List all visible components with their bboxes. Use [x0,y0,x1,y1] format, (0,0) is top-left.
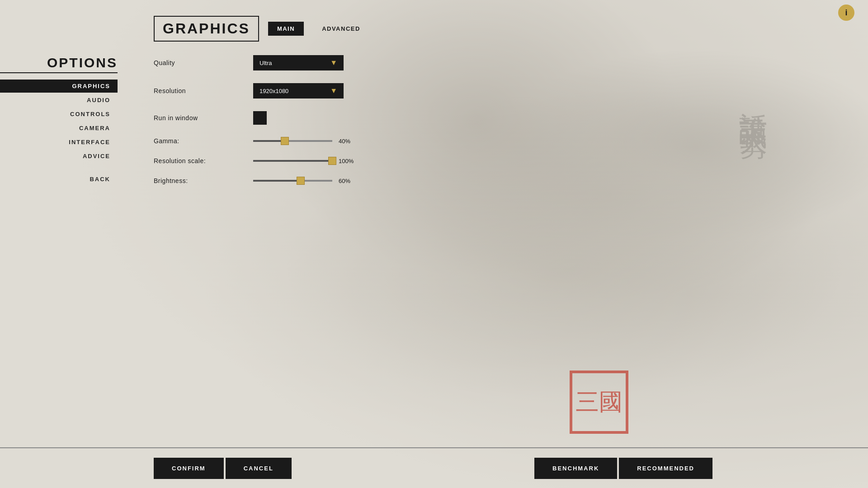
gamma-label: Gamma: [154,137,244,145]
quality-dropdown[interactable]: Ultra ▼ [253,55,344,70]
quality-row: Quality Ultra ▼ [154,55,416,70]
brightness-slider-thumb[interactable] [297,177,305,185]
resolution-arrow-icon: ▼ [330,87,337,95]
quality-value: Ultra [259,60,272,66]
sidebar-item-back[interactable]: BACK [0,173,118,186]
sidebar-item-controls[interactable]: CONTROLS [0,108,118,121]
brightness-slider-fill [253,180,301,182]
gamma-value: 40% [339,138,359,145]
resolution-scale-row: Resolution scale: 100% [154,157,416,164]
window-mode-checkbox[interactable] [253,111,267,125]
resolution-scale-label: Resolution scale: [154,157,244,164]
confirm-button[interactable]: CONFIRM [154,458,224,479]
cancel-button[interactable]: CANCEL [226,458,292,479]
resolution-dropdown[interactable]: 868x488 ▼ [253,83,344,99]
sidebar-item-advice[interactable]: ADVICE [0,150,118,163]
resolution-scale-slider-track[interactable] [253,160,332,162]
window-mode-row: Run in window [154,111,416,125]
sidebar-item-interface[interactable]: INTERFACE [0,136,118,149]
brightness-slider-track[interactable] [253,180,332,182]
sidebar: OPTIONS GRAPHICS AUDIO CONTROLS CAMERA I… [0,51,127,447]
resolution-scale-slider-thumb[interactable] [328,157,336,165]
resolution-scale-value: 100% [339,158,359,164]
main-content: GRAPHICS MAIN ADVANCED OPTIONS GRAPHICS … [0,0,868,488]
main-layout: OPTIONS GRAPHICS AUDIO CONTROLS CAMERA I… [0,42,868,447]
header: GRAPHICS MAIN ADVANCED [0,0,868,42]
tab-main[interactable]: MAIN [268,22,304,36]
resolution-scale-slider-fill [253,160,332,162]
brightness-row: Brightness: 60% [154,177,416,184]
sidebar-item-graphics[interactable]: GRAPHICS [0,80,118,93]
gamma-slider-thumb[interactable] [281,137,289,145]
brightness-label: Brightness: [154,177,244,184]
resolution-scale-slider-container: 100% [253,158,359,164]
sidebar-item-audio[interactable]: AUDIO [0,94,118,107]
quality-label: Quality [154,59,244,66]
page-title: GRAPHICS [154,16,259,42]
recommended-button[interactable]: RECOMMENDED [619,458,712,479]
gamma-slider-container: 40% [253,138,359,145]
gamma-row: Gamma: 40% [154,137,416,145]
benchmark-button[interactable]: BENCHMARK [534,458,617,479]
bottom-bar: CONFIRM CANCEL BENCHMARK RECOMMENDED [0,447,868,488]
resolution-value: 868x488 [259,88,288,94]
window-mode-label: Run in window [154,114,244,122]
brightness-slider-container: 60% [253,178,359,184]
quality-arrow-icon: ▼ [330,59,337,67]
resolution-row: Resolution 868x488 ▼ [154,83,416,99]
sidebar-item-camera[interactable]: CAMERA [0,122,118,135]
resolution-label: Resolution [154,87,244,94]
brightness-value: 60% [339,178,359,184]
top-section: GRAPHICS MAIN ADVANCED OPTIONS GRAPHICS … [0,0,868,447]
gamma-slider-track[interactable] [253,140,332,142]
settings-panel: Quality Ultra ▼ Resolution 868x488 ▼ [127,51,443,447]
gamma-slider-fill [253,140,285,142]
sidebar-title: OPTIONS [0,55,118,73]
tab-advanced[interactable]: ADVANCED [313,22,369,36]
